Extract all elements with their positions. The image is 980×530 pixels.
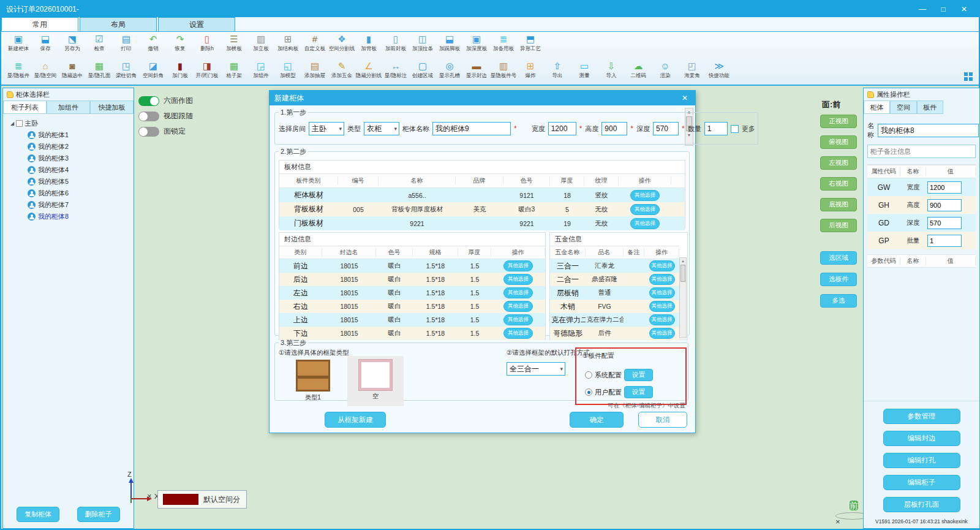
- toolbar-button[interactable]: ▦ 显/隐孔面: [86, 59, 113, 78]
- width-input[interactable]: [548, 122, 576, 135]
- toolbar-button[interactable]: ◱ 加模型: [274, 59, 301, 78]
- toolbar-button[interactable]: ◰ 海棠角: [679, 59, 706, 78]
- dialog-close-icon[interactable]: ✕: [679, 91, 690, 105]
- toolbar-button[interactable]: ▣ 加深度板: [463, 32, 490, 51]
- toolbar-button[interactable]: ⬓ 加踢脚板: [436, 32, 463, 51]
- select-mode-button[interactable]: 多选: [820, 294, 857, 308]
- toolbar-button[interactable]: ≣ 显/隐板件: [5, 59, 32, 78]
- toolbar-button[interactable]: ▮ 加门板: [167, 59, 194, 78]
- toolbar-button[interactable]: ◨ 开/闭门板: [194, 59, 221, 78]
- other-choice-button[interactable]: 其他选择: [649, 314, 675, 325]
- toolbar-button[interactable]: ▮ 加背板: [355, 32, 382, 51]
- tree-root-bedroom[interactable]: 主卧: [4, 118, 132, 129]
- toolbar-button[interactable]: ≣ 加备用板: [490, 32, 517, 51]
- hardware-scrollbar[interactable]: ▲: [679, 257, 687, 338]
- toggle-switch[interactable]: [138, 96, 159, 106]
- other-choice-button[interactable]: 其他选择: [630, 218, 660, 229]
- frame-thumb-empty[interactable]: 空: [347, 356, 404, 406]
- other-choice-button[interactable]: 其他选择: [503, 328, 533, 339]
- toolbar-button[interactable]: ▥ 显隐板件号: [490, 59, 517, 78]
- toolbar-button[interactable]: ◎ 显示孔槽: [436, 59, 463, 78]
- edit-action-button[interactable]: 参数管理: [883, 409, 960, 424]
- attribute-value-input[interactable]: [927, 199, 962, 211]
- left-panel-tab[interactable]: 柜子列表: [3, 100, 47, 113]
- cabinet-action-button[interactable]: 复制柜体: [17, 507, 59, 522]
- toolbar-button[interactable]: ▯ 加前封板: [382, 32, 409, 51]
- attribute-value-input[interactable]: [927, 181, 962, 194]
- toolbar-button[interactable]: ↷ 恢复: [167, 32, 194, 51]
- tree-item-cabinet[interactable]: 我的柜体1: [4, 129, 132, 141]
- left-panel-tab[interactable]: 加组件: [47, 100, 90, 113]
- quantity-input[interactable]: [704, 122, 728, 135]
- edit-action-button[interactable]: 编辑打孔: [883, 453, 960, 468]
- tree-item-cabinet[interactable]: 我的柜体2: [4, 141, 132, 153]
- cabinet-name-input[interactable]: [432, 122, 511, 135]
- toolbar-button[interactable]: ▣ 新建柜体: [5, 32, 32, 51]
- other-choice-button[interactable]: 其他选择: [649, 274, 675, 285]
- right-panel-tab[interactable]: 板件: [917, 100, 943, 113]
- toolbar-button[interactable]: ↔ 显/隐标注: [382, 59, 409, 78]
- toolbar-button[interactable]: ▬ 显示封边: [463, 59, 490, 78]
- edit-action-button[interactable]: 编辑柜子: [883, 475, 960, 490]
- view-button[interactable]: 底视图: [820, 198, 857, 211]
- type-select[interactable]: 衣柜: [364, 122, 399, 135]
- view-button[interactable]: 左视图: [820, 156, 857, 170]
- toolbar-button[interactable]: ☁ 二维码: [625, 59, 652, 78]
- settings-button[interactable]: 设置: [624, 369, 653, 381]
- view-button[interactable]: 正视图: [820, 115, 857, 128]
- toolbar-button[interactable]: ↶ 撤销: [140, 32, 167, 51]
- other-choice-button[interactable]: 其他选择: [649, 260, 675, 271]
- height-input[interactable]: [601, 122, 627, 135]
- toolbar-button[interactable]: ◫ 加顶拉条: [409, 32, 436, 51]
- toolbar-button[interactable]: ⊞ 加结构板: [274, 32, 301, 51]
- toolbar-button[interactable]: ⬒ 异形工艺: [517, 32, 544, 51]
- toolbar-more-icon[interactable]: [964, 72, 973, 81]
- other-choice-button[interactable]: 其他选择: [503, 301, 533, 312]
- depth-input[interactable]: [653, 122, 679, 135]
- toggle-switch[interactable]: [138, 127, 159, 137]
- toolbar-button[interactable]: ▢ 创建区域: [409, 59, 436, 78]
- toolbar-button[interactable]: ▤ 添加抽屉: [301, 59, 328, 78]
- view-button[interactable]: 俯视图: [820, 135, 857, 149]
- toolbar-button[interactable]: ▦ 格子架: [221, 59, 247, 78]
- radio-button[interactable]: [585, 371, 592, 379]
- attribute-value-input[interactable]: [927, 235, 962, 247]
- tree-item-cabinet[interactable]: 我的柜体8: [4, 211, 132, 222]
- toolbar-button[interactable]: ⇧ 导出: [544, 59, 571, 78]
- toolbar-button[interactable]: ✎ 添加五金: [328, 59, 355, 78]
- left-panel-tab[interactable]: 快捷加板: [90, 100, 134, 113]
- toolbar-button[interactable]: ▭ 测量: [571, 59, 598, 78]
- ribbon-tab[interactable]: 设置: [158, 17, 235, 31]
- more-checkbox[interactable]: [731, 125, 739, 133]
- toolbar-button[interactable]: ☰ 加横板: [221, 32, 247, 51]
- toolbar-button[interactable]: ◲ 加组件: [247, 59, 274, 78]
- other-choice-button[interactable]: 其他选择: [649, 328, 675, 339]
- scroll-up-icon[interactable]: ▲: [680, 258, 686, 264]
- view-button[interactable]: 右视图: [820, 177, 857, 191]
- toolbar-button[interactable]: ⊞ 爆炸: [517, 59, 544, 78]
- other-choice-button[interactable]: 其他选择: [630, 190, 660, 201]
- tree-item-cabinet[interactable]: 我的柜体5: [4, 176, 132, 187]
- ribbon-tab[interactable]: 常用: [1, 17, 78, 31]
- room-select[interactable]: 主卧: [309, 122, 344, 135]
- tree-item-cabinet[interactable]: 我的柜体3: [4, 153, 132, 164]
- toolbar-button[interactable]: ⌂ 显/隐空间: [32, 59, 59, 78]
- toolbar-button[interactable]: ☺ 渲染: [652, 59, 679, 78]
- cabinet-name-field[interactable]: [878, 124, 979, 137]
- other-choice-button[interactable]: 其他选择: [649, 301, 675, 312]
- toggle-switch[interactable]: [138, 112, 159, 121]
- ok-button[interactable]: 确定: [570, 412, 624, 428]
- tree-item-cabinet[interactable]: 我的柜体7: [4, 199, 132, 211]
- right-panel-tab[interactable]: 空间: [890, 100, 916, 113]
- other-choice-button[interactable]: 其他选择: [503, 314, 533, 325]
- view-button[interactable]: 后视图: [820, 219, 857, 232]
- select-mode-button[interactable]: 选区域: [820, 251, 857, 265]
- other-choice-button[interactable]: 其他选择: [649, 287, 675, 298]
- cabinet-action-button[interactable]: 删除柜子: [77, 507, 120, 522]
- other-choice-button[interactable]: 其他选择: [630, 204, 660, 215]
- toolbar-button[interactable]: ≫ 快捷功能: [706, 59, 733, 78]
- toolbar-button[interactable]: ⬔ 另存为: [59, 32, 86, 51]
- toolbar-button[interactable]: ▥ 加立板: [247, 32, 274, 51]
- toolbar-button[interactable]: ❖ 空间分割线: [328, 32, 355, 51]
- tree-item-cabinet[interactable]: 我的柜体6: [4, 187, 132, 199]
